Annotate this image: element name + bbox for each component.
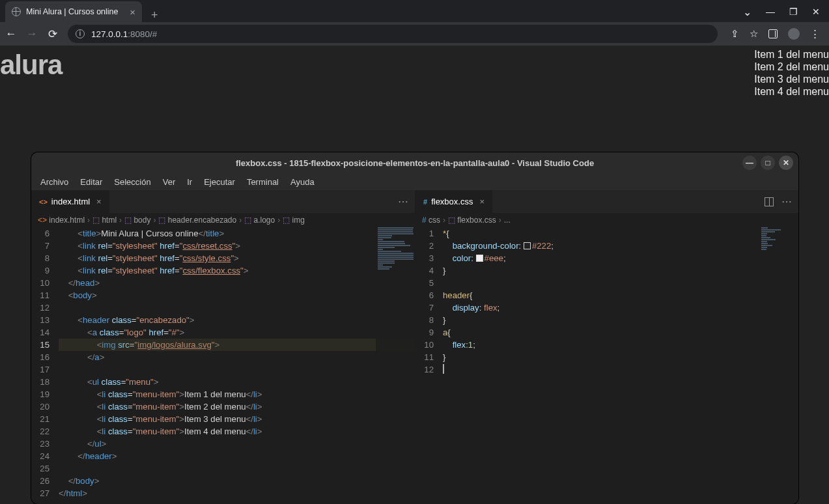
address-bar[interactable]: i 127.0.0.1:8080/# [68,25,718,43]
more-icon[interactable]: ⋯ [398,195,408,208]
list-item[interactable]: Item 1 del menu [754,48,829,61]
minimize-icon[interactable]: — [766,7,775,17]
menu-ejecutar[interactable]: Ejecutar [199,175,240,189]
url-host: 127.0.0.1 [91,29,128,39]
back-icon[interactable]: ← [5,27,17,40]
more-icon[interactable]: ⋯ [781,195,792,208]
vscode-menubar: ArchivoEditarSelecciónVerIrEjecutarTermi… [31,173,798,190]
tab-bar: <> index.html × ⋯ [31,190,415,213]
reload-icon[interactable]: ⟳ [47,27,59,41]
close-icon[interactable]: × [479,197,485,206]
close-icon[interactable]: × [130,7,135,18]
minimize-icon[interactable]: — [742,156,757,170]
maximize-icon[interactable]: ❐ [789,7,798,17]
html-file-icon: <> [39,198,48,206]
close-icon[interactable]: ✕ [779,156,793,170]
css-file-icon: # [423,198,427,206]
forward-icon[interactable]: → [26,27,38,40]
menu-ayuda[interactable]: Ayuda [285,175,320,189]
browser-tab[interactable]: Mini Alura | Cursos online × [5,1,142,22]
breadcrumb[interactable]: # css ›⬚ flexbox.css ›... [415,213,798,227]
breadcrumb[interactable]: <> index.html ›⬚ html ›⬚ body ›⬚ header.… [31,213,415,227]
vscode-window: flexbox.css - 1815-flexbox-posicione-ele… [31,152,798,504]
tab-flexbox-css[interactable]: # flexbox.css × [415,190,492,213]
minimap[interactable] [759,227,798,504]
share-icon[interactable]: ⇪ [731,28,739,40]
list-item[interactable]: Item 3 del menu [754,73,829,85]
code-editor[interactable]: 123456789101112 *{ background-color: #22… [415,227,798,504]
maximize-icon[interactable]: □ [761,156,775,170]
profile-avatar[interactable] [788,28,800,40]
menu-ver[interactable]: Ver [158,175,181,189]
tab-index-html[interactable]: <> index.html × [31,190,109,213]
vscode-titlebar[interactable]: flexbox.css - 1815-flexbox-posicione-ele… [31,152,798,173]
tab-bar: # flexbox.css × ⋯ [415,190,798,213]
split-editor-icon[interactable] [765,197,774,206]
page-menu: Item 1 del menuItem 2 del menuItem 3 del… [754,48,829,98]
globe-icon [12,7,21,16]
code-editor[interactable]: 6789101112131415161718192021222324252627… [31,227,415,504]
tab-label: index.html [51,197,90,206]
editor-pane-left: <> index.html × ⋯ <> index.html ›⬚ html … [31,190,415,504]
close-icon[interactable]: ✕ [812,7,820,17]
browser-tab-strip: Mini Alura | Cursos online × + ⌄ — ❐ ✕ [0,0,829,22]
window-controls: ⌄ — ❐ ✕ [743,1,829,22]
menu-selección[interactable]: Selección [109,175,156,189]
page-content: alura Item 1 del menuItem 2 del menuItem… [0,46,829,150]
menu-terminal[interactable]: Terminal [242,175,284,189]
site-info-icon[interactable]: i [76,29,85,38]
close-icon[interactable]: × [96,197,102,206]
menu-ir[interactable]: Ir [182,175,197,189]
tab-title: Mini Alura | Cursos online [26,7,119,16]
bookmark-icon[interactable]: ☆ [750,28,758,40]
logo-text[interactable]: alura [0,49,62,81]
tab-label: flexbox.css [431,197,473,206]
window-title: flexbox.css - 1815-flexbox-posicione-ele… [236,158,594,168]
menu-archivo[interactable]: Archivo [35,175,74,189]
browser-toolbar: ← → ⟳ i 127.0.0.1:8080/# ⇪ ☆ ⋮ [0,22,829,46]
url-rest: :8080/# [128,29,157,39]
minimap[interactable] [376,227,415,504]
list-item[interactable]: Item 2 del menu [754,61,829,73]
new-tab-button[interactable]: + [142,8,167,22]
side-panel-icon[interactable] [768,29,778,38]
chevron-down-icon[interactable]: ⌄ [743,6,752,18]
editor-pane-right: # flexbox.css × ⋯ # css ›⬚ flexbox.css ›… [415,190,798,504]
list-item[interactable]: Item 4 del menu [754,85,829,98]
menu-editar[interactable]: Editar [75,175,107,189]
menu-icon[interactable]: ⋮ [810,28,820,40]
